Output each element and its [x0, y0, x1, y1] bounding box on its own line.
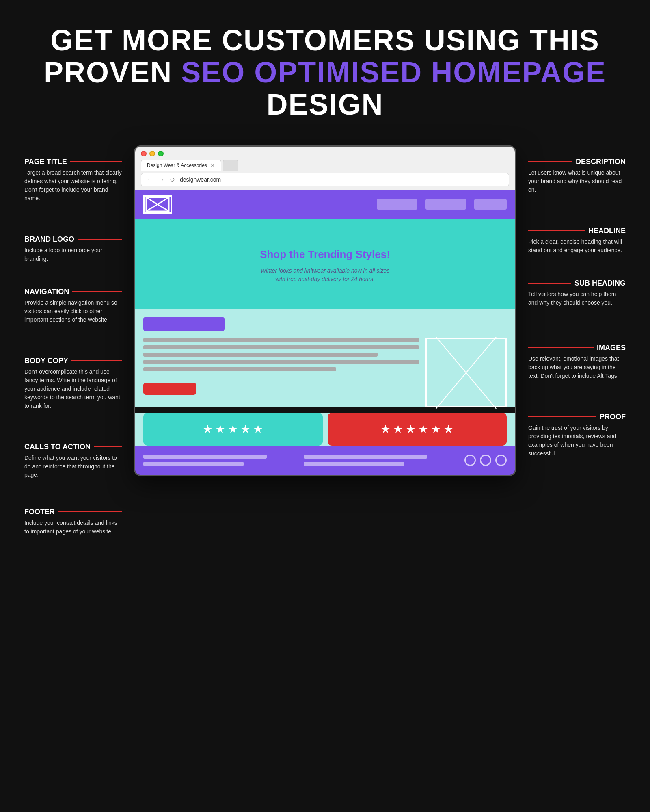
body-line-1: [143, 338, 419, 342]
site-reviews: ★ ★ ★ ★ ★ ★ ★ ★ ★ ★ ★: [135, 413, 515, 446]
annotation-images: IMAGES Use relevant, emotional images th…: [528, 344, 626, 380]
browser-dot-green: [158, 151, 164, 156]
star-1: ★: [203, 422, 213, 436]
browser-chrome: Design Wear & Accessories ✕ ← → ↺ design…: [135, 147, 515, 190]
body-line-3: [143, 353, 378, 357]
browser-tab-label: Design Wear & Accessories: [147, 162, 207, 168]
browser-addressbar[interactable]: ← → ↺ designwear.com: [141, 173, 509, 186]
annotation-sub-heading: SUB HEADING Tell visitors how you can he…: [528, 279, 626, 307]
footer-circle-2: [480, 455, 491, 466]
footer-line-3: [304, 455, 428, 459]
browser-tab-close[interactable]: ✕: [210, 162, 215, 169]
body-line-2: [143, 345, 419, 349]
annotation-images-label: IMAGES: [528, 344, 626, 352]
star-3: ★: [228, 422, 238, 436]
annotation-navigation-body: Provide a simple navigation menu so visi…: [24, 299, 122, 324]
body-with-image: [143, 338, 507, 407]
annotation-body-copy: BODY COPY Don't overcomplicate this and …: [24, 357, 122, 410]
annotation-body-copy-label: BODY COPY: [24, 357, 122, 365]
footer-circle-1: [464, 455, 476, 466]
annotation-footer-label: FOOTER: [24, 508, 122, 516]
site-logo: [143, 195, 172, 214]
nav-button-3[interactable]: [474, 199, 507, 210]
footer-circles: [464, 455, 507, 466]
star-2: ★: [215, 422, 225, 436]
annotation-calls-to-action: CALLS TO ACTION Define what you want you…: [24, 443, 122, 479]
cta-button-red[interactable]: [143, 383, 196, 395]
annotation-brand-logo: BRAND LOGO Include a logo to reinforce y…: [24, 235, 122, 263]
browser-dot-red: [141, 151, 147, 156]
browser-window: Design Wear & Accessories ✕ ← → ↺ design…: [134, 145, 516, 476]
header: GET MORE CUSTOMERS USING THIS PROVEN SEO…: [24, 24, 626, 121]
annotation-description: DESCRIPTION Let users know what is uniqu…: [528, 158, 626, 194]
annotation-page-title: PAGE TITLE Target a broad search term th…: [24, 158, 122, 203]
star-5: ★: [253, 422, 263, 436]
star-r4: ★: [418, 422, 428, 436]
annotation-images-body: Use relevant, emotional images that back…: [528, 355, 626, 380]
annotation-description-label: DESCRIPTION: [528, 158, 626, 166]
body-line-4: [143, 360, 419, 364]
main-headline: GET MORE CUSTOMERS USING THIS PROVEN SEO…: [24, 24, 626, 121]
browser-tabs: Design Wear & Accessories ✕: [141, 160, 509, 171]
annotation-proof: PROOF Gain the trust of your visitors by…: [528, 413, 626, 458]
cta-button-primary[interactable]: [143, 317, 225, 331]
site-hero: Shop the Trending Styles! Winter looks a…: [135, 219, 515, 309]
footer-line-1: [143, 455, 267, 459]
footer-circle-3: [495, 455, 507, 466]
content-area: PAGE TITLE Target a broad search term th…: [24, 145, 626, 536]
annotation-footer-body: Include your contact details and links t…: [24, 519, 122, 536]
annotation-headline: HEADLINE Pick a clear, concise heading t…: [528, 227, 626, 255]
hero-headline: Shop the Trending Styles!: [260, 248, 390, 261]
nav-button-2[interactable]: [425, 199, 466, 210]
annotation-proof-body: Gain the trust of your visitors by provi…: [528, 424, 626, 458]
browser-dot-yellow: [149, 151, 155, 156]
annotation-calls-to-action-body: Define what you want your visitors to do…: [24, 454, 122, 479]
footer-line-4: [304, 462, 404, 466]
footer-line-group-1: [143, 455, 298, 466]
image-placeholder: [425, 338, 507, 407]
browser-dots: [141, 151, 509, 156]
annotation-sub-heading-body: Tell visitors how you can help them and …: [528, 290, 626, 307]
annotation-page-title-label: PAGE TITLE: [24, 158, 122, 166]
left-annotations: PAGE TITLE Target a broad search term th…: [24, 145, 122, 536]
image-x-icon: [427, 339, 505, 406]
site-body: [135, 309, 515, 407]
browser-back-arrow[interactable]: ←: [147, 176, 153, 183]
body-line-5: [143, 367, 336, 371]
star-4: ★: [240, 422, 250, 436]
star-r3: ★: [406, 422, 416, 436]
annotation-navigation: NAVIGATION Provide a simple navigation m…: [24, 288, 122, 324]
annotation-headline-label: HEADLINE: [528, 227, 626, 235]
star-r6: ★: [443, 422, 453, 436]
logo-icon: [145, 197, 170, 212]
body-text-column: [143, 338, 419, 407]
headline-line2: PROVEN SEO OPTIMISED HOMEPAGE DESIGN: [44, 56, 606, 121]
browser-tab-empty[interactable]: [223, 160, 238, 171]
annotation-footer: FOOTER Include your contact details and …: [24, 508, 122, 536]
browser-address-text: designwear.com: [180, 176, 221, 183]
annotation-description-body: Let users know what is unique about your…: [528, 169, 626, 194]
annotation-navigation-label: NAVIGATION: [24, 288, 122, 296]
browser-tab-active[interactable]: Design Wear & Accessories ✕: [141, 160, 221, 171]
footer-line-group-2: [304, 455, 458, 466]
annotation-page-title-body: Target a broad search term that clearly …: [24, 169, 122, 203]
annotation-body-copy-body: Don't overcomplicate this and use fancy …: [24, 368, 122, 410]
browser-refresh-icon[interactable]: ↺: [170, 176, 175, 184]
site-footer: [135, 446, 515, 475]
review-card-red: ★ ★ ★ ★ ★ ★: [328, 413, 507, 446]
review-card-teal: ★ ★ ★ ★ ★: [143, 413, 323, 446]
browser-forward-arrow[interactable]: →: [158, 176, 165, 183]
hero-subheadline: Winter looks and knitwear available now …: [260, 266, 390, 284]
annotation-brand-logo-body: Include a logo to reinforce your brandin…: [24, 246, 122, 263]
main-container: GET MORE CUSTOMERS USING THIS PROVEN SEO…: [0, 0, 650, 568]
browser-container: Design Wear & Accessories ✕ ← → ↺ design…: [134, 145, 516, 476]
site-navbar: [135, 190, 515, 219]
annotation-brand-logo-label: BRAND LOGO: [24, 235, 122, 244]
star-r1: ★: [380, 422, 391, 436]
star-r2: ★: [393, 422, 403, 436]
right-annotations: DESCRIPTION Let users know what is uniqu…: [528, 145, 626, 458]
annotation-calls-to-action-label: CALLS TO ACTION: [24, 443, 122, 451]
annotation-proof-label: PROOF: [528, 413, 626, 421]
nav-button-1[interactable]: [377, 199, 417, 210]
annotation-headline-body: Pick a clear, concise heading that will …: [528, 238, 626, 255]
